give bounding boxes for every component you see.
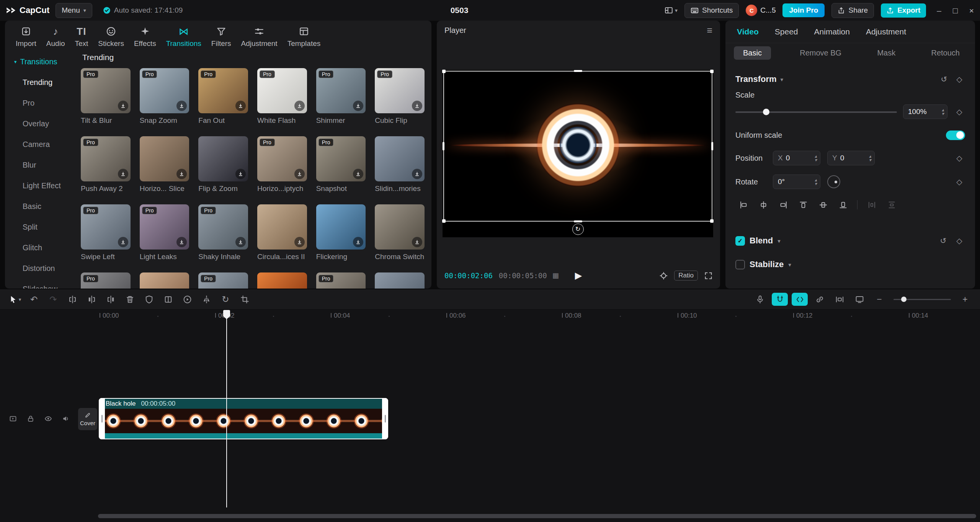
transition-thumbnail[interactable]: Pro [316, 68, 366, 113]
transition-thumbnail[interactable] [375, 136, 425, 181]
resize-handle-topright[interactable] [710, 70, 714, 73]
redo-button[interactable]: ↷ [44, 292, 62, 307]
display-settings-button[interactable] [851, 292, 868, 307]
transform-keyframe-button[interactable]: ◇ [954, 75, 965, 83]
download-icon[interactable] [176, 169, 187, 179]
select-tool[interactable]: ▾ [6, 292, 24, 307]
transition-thumbnail[interactable] [375, 204, 425, 250]
scale-slider-thumb[interactable] [763, 109, 769, 115]
transition-thumbnail[interactable]: Pro [81, 272, 131, 289]
media-tab-templates[interactable]: Templates [283, 24, 325, 49]
rotate-handle[interactable]: ↻ [572, 223, 584, 235]
timeline-ruler[interactable]: 00:0000:0200:0400:0600:0800:1000:1200:14 [0, 310, 980, 322]
transition-thumbnail[interactable]: Pro [140, 68, 189, 113]
sidebar-item-distortion[interactable]: Distortion [5, 258, 78, 279]
download-icon[interactable] [412, 237, 422, 247]
download-icon[interactable] [176, 101, 187, 111]
scale-slider[interactable] [735, 108, 897, 116]
toggle-visibility-button[interactable] [44, 415, 52, 422]
workspace-layout-button[interactable]: ▾ [665, 6, 678, 15]
align-right-button[interactable] [775, 198, 791, 211]
media-tab-transitions[interactable]: ⋈Transitions [162, 24, 206, 49]
scale-stepper[interactable]: ▴▾ [942, 108, 944, 116]
distribute-h-button[interactable] [864, 198, 880, 211]
media-tab-adjustment[interactable]: Adjustment [237, 24, 282, 49]
download-icon[interactable] [235, 101, 246, 111]
inspector-tab-video[interactable]: Video [737, 27, 759, 36]
media-tab-audio[interactable]: ♪Audio [42, 24, 70, 49]
transition-thumbnail[interactable]: Pro [257, 68, 307, 113]
mask-button[interactable] [140, 292, 158, 307]
split-button[interactable] [64, 292, 81, 307]
delete-left-button[interactable] [83, 292, 100, 307]
align-top-button[interactable] [795, 198, 811, 211]
sidebar-item-camera[interactable]: Camera [5, 134, 78, 155]
transition-thumbnail[interactable]: Pro [316, 136, 366, 181]
transition-thumbnail[interactable]: Pro [198, 272, 248, 289]
collapse-icon[interactable]: ▾ [788, 262, 791, 268]
delete-right-button[interactable] [102, 292, 119, 307]
undo-button[interactable]: ↶ [25, 292, 43, 307]
align-center-h-button[interactable] [755, 198, 771, 211]
freeze-frame-button[interactable] [159, 292, 177, 307]
scale-keyframe-button[interactable]: ◇ [954, 108, 965, 116]
reset-blend-button[interactable]: ↺ [938, 237, 949, 245]
link-toggle[interactable] [811, 292, 828, 307]
align-middle-v-button[interactable] [815, 198, 831, 211]
media-tab-import[interactable]: Import [11, 24, 41, 49]
media-tab-effects[interactable]: Effects [129, 24, 161, 49]
auto-snap-toggle[interactable] [792, 293, 808, 306]
main-track-magnet-toggle[interactable] [772, 293, 788, 306]
close-button[interactable]: × [969, 7, 974, 15]
rotate-dial[interactable] [827, 175, 840, 188]
shortcuts-button[interactable]: Shortcuts [684, 3, 739, 18]
download-icon[interactable] [118, 237, 128, 247]
transition-thumbnail[interactable]: Pro [198, 204, 248, 250]
media-tab-filters[interactable]: Filters [207, 24, 236, 49]
transition-thumbnail[interactable] [375, 272, 425, 289]
download-icon[interactable] [118, 101, 128, 111]
media-tab-stickers[interactable]: Stickers [93, 24, 129, 49]
zoom-out-button[interactable]: − [871, 292, 888, 307]
transition-thumbnail[interactable]: Pro [316, 272, 366, 289]
menu-button[interactable]: Menu ▾ [56, 3, 92, 18]
lock-track-button[interactable] [27, 415, 34, 422]
clip-trim-handle-left[interactable] [99, 398, 105, 439]
inspector-tab-adjustment[interactable]: Adjustment [866, 27, 906, 36]
download-icon[interactable] [353, 237, 363, 247]
maximize-button[interactable]: □ [953, 7, 958, 15]
media-tab-text[interactable]: TIText [70, 24, 93, 49]
download-icon[interactable] [353, 101, 363, 111]
sidebar-item-split[interactable]: Split [5, 217, 78, 237]
uniform-scale-toggle[interactable] [946, 130, 965, 140]
sidebar-item-blur[interactable]: Blur [5, 155, 78, 175]
inspector-tab-animation[interactable]: Animation [814, 27, 850, 36]
transition-thumbnail[interactable] [257, 272, 307, 289]
sidebar-item-basic[interactable]: Basic [5, 196, 78, 217]
collapse-icon[interactable]: ▾ [781, 77, 784, 82]
stabilize-checkbox[interactable] [735, 260, 745, 269]
transition-thumbnail[interactable]: Pro [140, 204, 189, 250]
fullscreen-icon[interactable] [704, 272, 712, 280]
resize-handle-bottom[interactable] [574, 220, 582, 222]
transition-thumbnail[interactable]: Pro [81, 68, 131, 113]
download-icon[interactable] [118, 169, 128, 179]
download-icon[interactable] [294, 101, 305, 111]
transition-thumbnail[interactable] [316, 204, 366, 250]
video-clip-black-hole[interactable]: Black hole 00:00:05:00 [99, 398, 388, 439]
transition-thumbnail[interactable] [198, 136, 248, 181]
join-pro-button[interactable]: Join Pro [782, 3, 825, 17]
position-y-stepper[interactable]: ▴▾ [869, 154, 871, 162]
reset-transform-button[interactable]: ↺ [938, 75, 950, 83]
rotate-stepper[interactable]: ▴▾ [815, 178, 817, 186]
voiceover-button[interactable] [751, 292, 769, 307]
transition-thumbnail[interactable]: Pro [198, 68, 248, 113]
collapse-icon[interactable]: ▾ [777, 238, 781, 244]
zoom-slider-thumb[interactable] [901, 297, 906, 302]
playhead[interactable] [226, 312, 227, 507]
selection-box[interactable] [443, 71, 712, 222]
download-icon[interactable] [235, 237, 246, 247]
resize-handle-bottomright[interactable] [710, 219, 714, 223]
minimize-button[interactable]: – [937, 7, 941, 15]
sidebar-item-transitions[interactable]: ▾Transitions [5, 51, 78, 72]
